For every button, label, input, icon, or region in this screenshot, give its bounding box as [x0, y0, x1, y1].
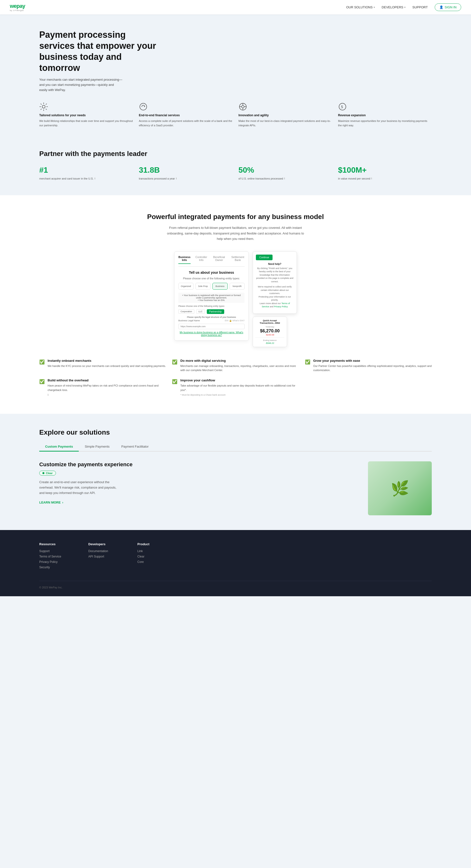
nav-support[interactable]: SUPPORT	[412, 5, 428, 9]
solution-text: Customize the payments experience Clear …	[39, 461, 353, 504]
tab-custom-payments[interactable]: Custom Payments	[39, 442, 79, 452]
info-icon-overhead[interactable]: ℹ	[48, 394, 49, 396]
option-sole-prop[interactable]: Sole Prop	[195, 283, 211, 290]
solution-description: Create an end-to-end user experience wit…	[39, 479, 118, 496]
integrated-description: From referral partners to full-blown pay…	[167, 225, 304, 241]
nav-our-solutions[interactable]: OUR SOLUTIONS ▾	[346, 5, 375, 9]
navigation: wepay by J.P.Morgan OUR SOLUTIONS ▾ DEVE…	[0, 0, 471, 14]
popup-heading: Need help?	[256, 263, 294, 266]
footer-link-documentation[interactable]: Documentation	[88, 549, 128, 553]
check-icon-3: ✅	[305, 359, 310, 373]
dollar-icon: $	[338, 102, 347, 111]
tab-payment-facilitator[interactable]: Payment Facilitator	[116, 442, 155, 452]
legal-structure-label: Please specify the legal structure of yo…	[178, 316, 245, 318]
tab-beneficial-owner[interactable]: Beneficial Owner	[212, 255, 226, 264]
feature-financial: End-to-end financial services Access a c…	[139, 102, 232, 128]
check-icon-5: ✅	[172, 379, 177, 397]
corporation-option[interactable]: Corporation	[178, 309, 194, 314]
learn-more-link[interactable]: LEARN MORE ›	[39, 501, 353, 504]
stat-value-1: #1	[39, 165, 133, 175]
footer-link-privacy[interactable]: Privacy Policy	[39, 560, 78, 564]
benefit-digital-title: Do more with digital servicing	[180, 359, 299, 363]
feature-financial-title: End-to-end financial services	[139, 114, 232, 117]
mobile-change2-label: Ending balance	[255, 339, 284, 341]
entity-selection-row: Corporation LLC Partnership	[178, 309, 245, 314]
feature-financial-desc: Access a complete suite of payment solut…	[139, 119, 232, 128]
chevron-down-icon: ▾	[404, 6, 406, 8]
footer-link-api-support[interactable]: API Support	[88, 555, 128, 558]
benefit-grow-content: Grow your payments with ease Our Partner…	[313, 359, 432, 373]
benefit-grow: ✅ Grow your payments with ease Our Partn…	[305, 359, 432, 373]
doing-business-link[interactable]: My business is doing business as a diffe…	[178, 331, 245, 337]
legal-name-input[interactable]	[178, 324, 245, 329]
feature-revenue: $ Revenue expansion Maximize revenue opp…	[338, 102, 432, 128]
hero-title: Payment processing services that empower…	[39, 29, 157, 73]
logo[interactable]: wepay by J.P.Morgan	[10, 3, 25, 11]
features-grid: Tailored solutions for your needs We bui…	[39, 102, 432, 128]
svg-point-3	[242, 105, 244, 108]
info-icon-3[interactable]: ℹ	[284, 177, 285, 180]
info-icon-2[interactable]: ℹ	[176, 177, 177, 180]
benefit-overhead-content: Build without the overhead Have peace of…	[48, 378, 166, 397]
info-icon-1[interactable]: ℹ	[94, 177, 95, 180]
footer-developers-heading: Developers	[88, 542, 128, 546]
feature-innovation: Innovation and agility Make the most of …	[239, 102, 332, 128]
stats-grid: #1 merchant acquirer and card issuer in …	[39, 165, 432, 181]
footer-product-heading: Product	[137, 542, 177, 546]
legal-name-label: Business Legal Name	[178, 319, 200, 322]
privacy-link[interactable]: Privacy Policy	[274, 305, 288, 308]
footer-link-terms[interactable]: Terms of Service	[39, 555, 78, 558]
person-icon: 👤	[439, 5, 443, 9]
tab-settlement-bank[interactable]: Settlement Bank	[231, 255, 245, 264]
footer-link-link[interactable]: Link	[137, 549, 177, 553]
nav-links: OUR SOLUTIONS ▾ DEVELOPERS ▾ SUPPORT 👤 S…	[346, 3, 461, 11]
mobile-change1: -$240.58	[255, 334, 284, 336]
footer-link-core[interactable]: Core	[137, 560, 177, 564]
sign-in-button[interactable]: 👤 SIGN IN	[435, 3, 461, 11]
nav-developers[interactable]: DEVELOPERS ▾	[382, 5, 406, 9]
benefit-digital-content: Do more with digital servicing Merchants…	[180, 359, 299, 373]
popup-text: By clicking "Finish and Submit," you her…	[256, 267, 294, 283]
dashboard-subtitle: Please choose one of the following entit…	[178, 277, 245, 280]
partnership-option[interactable]: Partnership	[207, 309, 224, 314]
benefit-grow-title: Grow your payments with ease	[313, 359, 432, 363]
tab-simple-payments[interactable]: Simple Payments	[79, 442, 115, 452]
option-organized[interactable]: Organized	[178, 283, 193, 290]
clear-badge: Clear	[39, 471, 56, 475]
footer-grid: Resources Support Terms of Service Priva…	[39, 542, 432, 571]
stat-online: 50% of U.S. online transactions processe…	[239, 165, 332, 181]
nav-support-label: SUPPORT	[412, 5, 428, 9]
benefit-overhead-title: Build without the overhead	[48, 378, 166, 382]
footer-link-support[interactable]: Support	[39, 549, 78, 553]
tab-business-info[interactable]: Business Info	[178, 255, 191, 264]
option-business[interactable]: Business	[213, 283, 228, 290]
continue-button[interactable]: Continue	[256, 255, 273, 260]
footer-developers: Developers Documentation API Support	[88, 542, 128, 571]
info-icon-4[interactable]: ℹ	[371, 177, 372, 180]
llc-option[interactable]: LLC	[196, 309, 205, 314]
footer-bottom: © 2023 WePay Inc.	[39, 581, 432, 589]
logo-text: wepay	[10, 3, 25, 9]
mobile-amount: $6,270.00	[255, 329, 284, 334]
stat-desc-4: in value moved per second ℹ	[338, 177, 432, 181]
benefit-cashflow: ✅ Improve your cashflow Take advantage o…	[172, 378, 299, 397]
footer-link-security[interactable]: Security	[39, 566, 78, 569]
popup-disclaimer: We're required to collect and verify cer…	[256, 285, 294, 309]
stat-desc-3: of U.S. online transactions processed ℹ	[239, 177, 332, 181]
mobile-title: Quick Accept Transactions...9952	[255, 319, 284, 324]
stat-number-one: #1 merchant acquirer and card issuer in …	[39, 165, 133, 181]
check-icon-1: ✅	[39, 359, 45, 373]
footer: Resources Support Terms of Service Priva…	[0, 530, 471, 596]
feature-revenue-title: Revenue expansion	[338, 114, 432, 117]
solution-image: 🌿	[368, 461, 432, 515]
circle-arrows-icon	[139, 102, 148, 111]
footer-link-clear[interactable]: Clear	[137, 555, 177, 558]
mobile-change2: -$346.22	[255, 342, 284, 344]
integrated-section: Powerful integrated payments for any bus…	[0, 195, 471, 414]
svg-text:$: $	[341, 105, 343, 109]
integrated-heading: Powerful integrated payments for any bus…	[39, 212, 432, 221]
option-nonprofit[interactable]: Nonprofit	[230, 283, 245, 290]
chevron-down-icon: ▾	[374, 6, 375, 8]
tab-controller-info[interactable]: Controller Info	[195, 255, 207, 264]
solutions-heading: Explore our solutions	[39, 429, 432, 436]
